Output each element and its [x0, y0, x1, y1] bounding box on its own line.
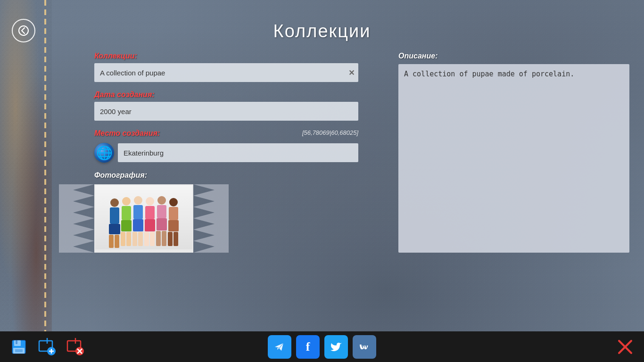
vk-button[interactable] — [353, 335, 376, 359]
close-button[interactable] — [613, 335, 637, 359]
collection-clear-button[interactable]: ✕ — [348, 68, 355, 77]
date-label: Дата создания: — [94, 90, 358, 99]
toolbar-left — [7, 335, 87, 359]
toolbar-center: f — [268, 335, 376, 359]
twitter-button[interactable] — [324, 335, 348, 359]
collection-label: Коллекции: — [94, 52, 358, 60]
photo-frame — [94, 184, 193, 253]
zigzag-right-decoration — [193, 184, 229, 253]
description-input[interactable]: A collection of pupae made of porcelain. — [398, 64, 629, 253]
svg-marker-1 — [59, 184, 94, 253]
svg-rect-7 — [15, 349, 23, 352]
form-area: Коллекции: ✕ Дата создания: Место создан… — [94, 52, 358, 255]
back-button[interactable] — [12, 19, 35, 42]
svg-marker-2 — [193, 184, 229, 253]
date-field-wrapper — [94, 102, 358, 121]
page-title: Коллекции — [94, 21, 550, 41]
add-button[interactable] — [35, 335, 59, 359]
svg-point-0 — [19, 26, 28, 35]
location-input[interactable] — [118, 143, 358, 162]
photo-area — [94, 184, 193, 253]
description-area: Описание: A collection of pupae made of … — [398, 52, 629, 255]
save-button[interactable] — [7, 335, 31, 359]
date-input[interactable] — [94, 102, 358, 121]
description-label: Описание: — [398, 52, 629, 60]
left-strip — [0, 0, 52, 362]
collection-input[interactable] — [94, 63, 358, 82]
bottom-toolbar: f — [0, 331, 644, 362]
coords-label: [56,78069|60,68025] — [302, 129, 358, 136]
facebook-button[interactable]: f — [296, 335, 320, 359]
dolls-image — [95, 185, 192, 252]
place-label: Место создания: — [94, 129, 160, 138]
location-row — [94, 143, 358, 163]
telegram-button[interactable] — [268, 335, 291, 359]
globe-icon — [94, 143, 114, 163]
stitching-decoration — [44, 0, 46, 362]
photo-label: Фотография: — [94, 171, 358, 180]
facebook-icon: f — [306, 340, 310, 354]
collection-field-wrapper: ✕ — [94, 63, 358, 82]
svg-rect-5 — [16, 340, 17, 344]
place-row: Место создания: [56,78069|60,68025] — [94, 129, 358, 140]
toolbar-right — [613, 335, 637, 359]
delete-button[interactable] — [64, 335, 87, 359]
zigzag-left-decoration — [59, 184, 94, 253]
